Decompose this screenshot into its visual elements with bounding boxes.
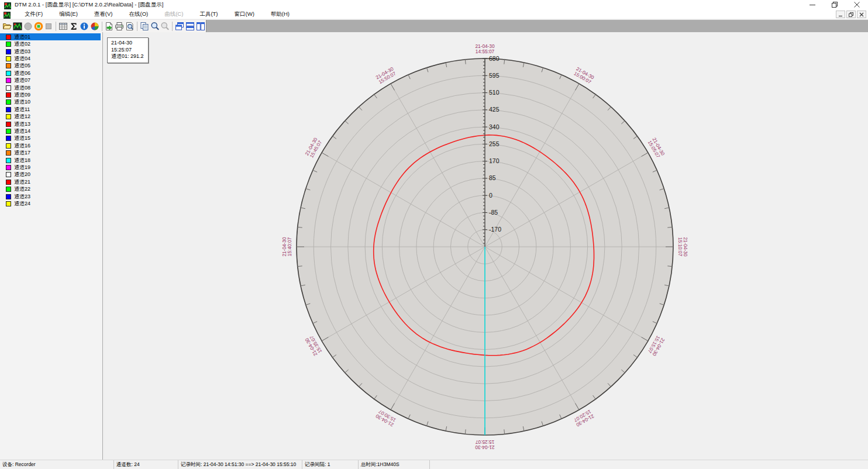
channel-list-item[interactable]: 通道07 [0,77,101,84]
channel-label: 通道03 [14,48,30,56]
print-preview-icon [125,22,135,31]
mdi-minimize-button[interactable] [836,11,845,18]
polar-chart[interactable]: 680595510425340255170850-85-17021-04-301… [103,32,867,460]
document-icon[interactable] [4,11,11,18]
mdi-close-button[interactable] [857,11,866,18]
close-button[interactable] [846,0,868,9]
channel-label: 通道24 [14,200,30,208]
menu-item-edit[interactable]: 编辑(E) [51,9,86,19]
menu-item-help[interactable]: 帮助(H) [263,9,298,19]
channel-list-item[interactable]: 通道06 [0,70,101,77]
channel-list-item[interactable]: 通道04 [0,55,101,62]
channel-label: 通道13 [14,120,30,128]
toolbar-open-button[interactable] [2,20,12,32]
svg-text:14:55:07: 14:55:07 [476,49,495,54]
status-bar: 设备: Recorder通道数: 24记录时间: 21-04-30 14:51:… [0,460,868,469]
channel-list-item[interactable]: 通道19 [0,164,101,171]
channel-label: 通道02 [14,40,30,48]
toolbar-cascade-button[interactable] [174,20,185,32]
channel-label: 通道06 [14,70,30,77]
status-total-time: 总时间:1H3M40S [359,460,430,469]
channel-label: 通道08 [14,84,30,92]
toolbar-zoom-out-button [160,20,171,32]
channel-list-item[interactable]: 通道18 [0,157,101,164]
channel-label: 通道09 [14,91,30,99]
channel-label: 通道19 [14,164,30,171]
channel-list-item[interactable]: 通道01 [0,33,101,40]
menu-item-tools[interactable]: 工具(T) [191,9,226,19]
menu-item-view[interactable]: 查看(V) [86,9,121,19]
toolbar-statistics-button[interactable] [68,20,79,32]
toolbar-zoom-button[interactable] [150,20,160,32]
zoom-disabled-icon [160,22,170,31]
toolbar-separator [137,22,137,31]
toolbar-copy-button[interactable] [139,20,150,32]
curve-data-icon [13,22,22,31]
toolbar-print-button[interactable] [114,20,125,32]
tile-vertical-icon [196,22,205,31]
toolbar-tile-horizontal-button[interactable] [185,20,195,32]
toolbar-record-online-button[interactable] [33,20,44,32]
channel-list-item[interactable]: 通道15 [0,135,101,142]
channel-list-item[interactable]: 通道21 [0,178,101,185]
export-icon [104,22,113,31]
channel-list-item[interactable]: 通道17 [0,150,101,157]
channel-color-swatch [6,99,11,105]
svg-text:15:40:07: 15:40:07 [287,237,292,256]
toolbar-print-preview-button[interactable] [125,20,135,32]
radial-axis-label: 595 [489,72,500,79]
channel-list-item[interactable]: 通道22 [0,186,101,193]
toolbar-stop-button [43,20,54,32]
toolbar-data-table-button[interactable] [58,20,68,32]
channel-label: 通道01 [14,33,30,41]
toolbar-pie-view-button[interactable] [89,20,100,32]
radial-axis-label: 255 [489,140,500,147]
channel-list-item[interactable]: 通道16 [0,142,101,149]
channel-color-swatch [6,180,11,185]
channel-list-item[interactable]: 通道20 [0,171,101,178]
toolbar-info-button[interactable] [79,20,89,32]
channel-list-item[interactable]: 通道03 [0,48,101,55]
channel-color-swatch [6,85,11,91]
channel-color-swatch [6,107,11,112]
menu-item-online[interactable]: 在线(O) [120,9,156,19]
channel-label: 通道05 [14,62,30,70]
printer-icon [115,22,124,31]
channel-list-item[interactable]: 通道24 [0,200,101,207]
menu-item-file[interactable]: 文件(F) [16,9,51,19]
value-tooltip: 21-04-30 15:25:07 通道01: 291.2 [107,37,149,63]
stop-icon [44,22,53,31]
channel-list-item[interactable]: 通道23 [0,193,101,200]
menu-item-window[interactable]: 窗口(W) [226,9,263,19]
mdi-restore-button[interactable] [846,11,856,18]
minimize-button[interactable] [801,0,824,9]
toolbar-tile-vertical-button[interactable] [195,20,206,32]
channel-color-swatch [6,56,11,61]
channel-label: 通道14 [14,127,30,135]
toolbar-curve-data-button[interactable] [12,20,23,32]
minimize-icon [838,9,843,19]
copy-icon [140,22,149,31]
channel-color-swatch [6,49,11,54]
channel-color-swatch [6,172,11,177]
svg-text:15:10:07: 15:10:07 [677,237,683,257]
close-icon [854,2,860,8]
time-label: 21-04-3015:25:07 [475,439,495,450]
restore-button[interactable] [824,0,846,9]
toolbar-separator [172,22,173,31]
toolbar-export-button[interactable] [104,20,114,32]
channel-list-item[interactable]: 通道09 [0,91,101,98]
channel-list-item[interactable]: 通道11 [0,106,101,113]
status-record-time: 记录时间: 21-04-30 14:51:30 ==> 21-04-30 15:… [178,460,302,469]
channel-color-swatch [6,194,11,199]
svg-text:15:25:07: 15:25:07 [475,439,494,445]
channel-list-item[interactable]: 通道02 [0,40,101,47]
channel-list-item[interactable]: 通道13 [0,120,101,127]
channel-list-item[interactable]: 通道05 [0,63,101,70]
channel-list-item[interactable]: 通道10 [0,99,101,106]
channel-list-item[interactable]: 通道12 [0,113,101,120]
pie-chart-icon [90,22,99,31]
channel-list-item[interactable]: 通道14 [0,127,101,135]
menu-items: 文件(F)编辑(E)查看(V)在线(O)曲线(C)工具(T)窗口(W)帮助(H) [16,9,298,19]
channel-list-item[interactable]: 通道08 [0,84,101,91]
